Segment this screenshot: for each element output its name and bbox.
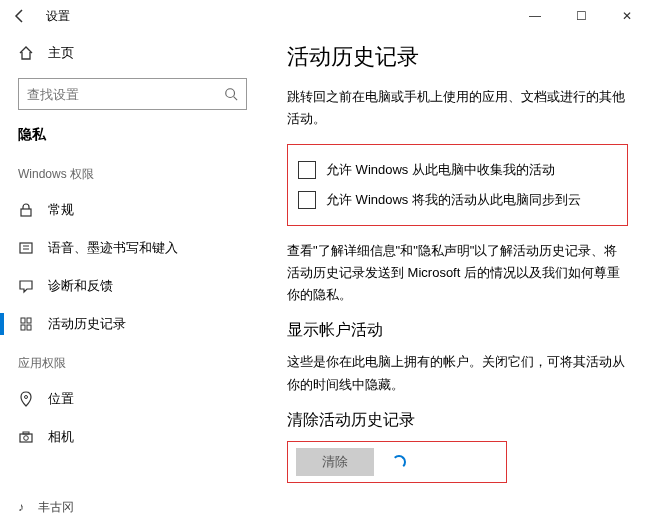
window-title: 设置 [46,8,70,25]
intro-text: 跳转回之前在电脑或手机上使用的应用、文档或进行的其他活动。 [287,86,628,130]
nav-label: 相机 [48,428,74,446]
history-icon [18,316,34,332]
svg-rect-3 [20,243,32,253]
svg-rect-13 [23,432,29,434]
maximize-button[interactable]: ☐ [558,0,604,32]
search-input[interactable] [27,87,224,102]
home-icon [18,45,34,61]
checkbox-label: 允许 Windows 从此电脑中收集我的活动 [326,161,555,179]
speech-icon [18,240,34,256]
sidebar-group-app-permissions: 应用权限 [0,343,265,380]
privacy-info-text: 查看"了解详细信息"和"隐私声明"以了解活动历史记录、将活动历史记录发送到 Mi… [287,240,628,306]
page-title: 活动历史记录 [287,42,628,72]
checkbox-collect-activity[interactable]: 允许 Windows 从此电脑中收集我的活动 [298,155,617,185]
feedback-icon [18,278,34,294]
nav-label: 语音、墨迹书写和键入 [48,239,178,257]
svg-line-1 [234,97,238,101]
search-box[interactable] [18,78,247,110]
checkbox-sync-activity[interactable]: 允许 Windows 将我的活动从此电脑同步到云 [298,185,617,215]
clear-button[interactable]: 清除 [296,448,374,476]
accounts-desc: 这些是你在此电脑上拥有的帐户。关闭它们，可将其活动从你的时间线中隐藏。 [287,351,628,395]
highlighted-clear-row: 清除 [287,441,507,483]
spinner-icon [392,455,406,469]
back-button[interactable] [8,4,32,28]
checkbox-label: 允许 Windows 将我的活动从此电脑同步到云 [326,191,581,209]
sidebar-cutoff-item: ♪丰古冈 [18,499,74,516]
nav-label: 诊断和反馈 [48,277,113,295]
svg-point-12 [24,436,29,441]
location-icon [18,391,34,407]
checkbox-icon[interactable] [298,161,316,179]
svg-point-10 [25,396,28,399]
svg-rect-7 [27,318,31,323]
content-area: 活动历史记录 跳转回之前在电脑或手机上使用的应用、文档或进行的其他活动。 允许 … [265,32,650,521]
sidebar-item-location[interactable]: 位置 [0,380,265,418]
clear-heading: 清除活动历史记录 [287,410,628,431]
nav-label: 常规 [48,201,74,219]
svg-rect-2 [21,209,31,216]
svg-rect-6 [21,318,25,323]
nav-label: 活动历史记录 [48,315,126,333]
sidebar-item-general[interactable]: 常规 [0,191,265,229]
sidebar-item-camera[interactable]: 相机 [0,418,265,456]
highlighted-checkboxes: 允许 Windows 从此电脑中收集我的活动 允许 Windows 将我的活动从… [287,144,628,226]
sidebar-home-label: 主页 [48,44,74,62]
sidebar-section: 隐私 [0,124,265,154]
accounts-heading: 显示帐户活动 [287,320,628,341]
sidebar-item-speech[interactable]: 语音、墨迹书写和键入 [0,229,265,267]
sidebar-item-activity-history[interactable]: 活动历史记录 [0,305,265,343]
search-icon [224,87,238,101]
sidebar-home[interactable]: 主页 [0,38,265,68]
camera-icon [18,429,34,445]
svg-rect-8 [21,325,25,330]
sidebar-item-diagnostics[interactable]: 诊断和反馈 [0,267,265,305]
svg-point-0 [226,89,235,98]
nav-label: 位置 [48,390,74,408]
svg-rect-9 [27,325,31,330]
minimize-button[interactable]: — [512,0,558,32]
sidebar: 主页 隐私 Windows 权限 常规 语音、墨迹书写和键入 [0,32,265,521]
sidebar-group-permissions: Windows 权限 [0,154,265,191]
lock-icon [18,202,34,218]
titlebar: 设置 — ☐ ✕ [0,0,650,32]
window-buttons: — ☐ ✕ [512,0,650,32]
close-button[interactable]: ✕ [604,0,650,32]
checkbox-icon[interactable] [298,191,316,209]
